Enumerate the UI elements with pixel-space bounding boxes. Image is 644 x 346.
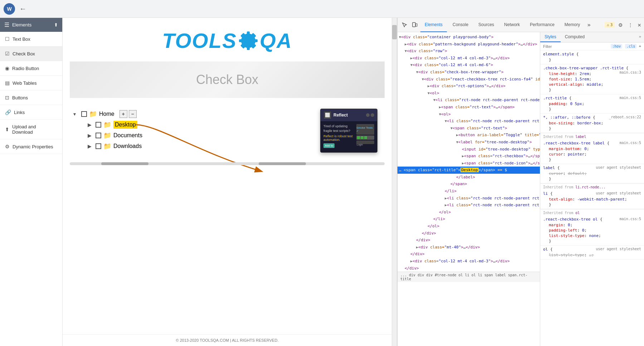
dom-line-33[interactable]: </div> (397, 265, 540, 272)
dom-line-21[interactable]: </span> (397, 181, 540, 188)
sidebar-item-buttons[interactable]: ⊡ Buttons (0, 90, 62, 105)
dom-line-32[interactable]: <div class="col-12 mt-4 col-md-3">…</div… (397, 258, 540, 265)
v-scroll-thumb[interactable] (392, 25, 397, 39)
devtools-tab-console[interactable]: Console (448, 18, 473, 32)
devtools-content: <div class="container playground-body"> … (397, 32, 644, 346)
devtools-device-button[interactable] (410, 21, 419, 29)
css-selector-name-4: .react-checkbox-tree label (543, 141, 605, 145)
devtools-settings-button[interactable]: ⚙ (616, 21, 625, 29)
css-prop-closing-1: } (543, 87, 641, 93)
sidebar-item-label-upload-download: Upload and Download (12, 124, 57, 135)
back-button[interactable]: ← (19, 5, 26, 13)
documents-toggle[interactable]: ▶ (88, 133, 93, 138)
sidebar-item-web-tables[interactable]: ▤ Web Tables (0, 76, 62, 90)
devtools-inspect-button[interactable] (400, 21, 409, 29)
dom-line-3[interactable]: <div class="col-12 mt-4 col-md-3">…</div… (397, 55, 540, 62)
tree-expand-button[interactable]: + (119, 110, 127, 118)
dom-line-27[interactable]: </ol> (397, 223, 540, 230)
scroll-track[interactable] (70, 162, 385, 165)
dom-panel[interactable]: <div class="container playground-body"> … (397, 32, 540, 346)
home-checkbox[interactable] (81, 111, 87, 117)
css-rule-ua-ol: ol user agent stylesheet { list-style-ty… (540, 246, 644, 260)
sidebar-item-label-web-tables: Web Tables (13, 80, 36, 86)
dom-line-17[interactable]: <span class="rct-checkbox">…</span> (397, 153, 540, 160)
css-selector-name-7: .react-checkbox-tree ol (543, 217, 597, 222)
dom-line-24[interactable]: <li class="rct-node rct-node-parent rct-… (397, 202, 540, 209)
filter-cls-tag[interactable]: .cls (625, 44, 636, 49)
devtools-tab-performance[interactable]: Performance (526, 18, 559, 32)
dom-line-7[interactable]: <div class="rct-options">…</div> (397, 83, 540, 90)
dom-line-13[interactable]: <span class="rct-text"> (397, 125, 540, 132)
css-selector-ol: .react-checkbox-tree ol main.css:5 { (543, 217, 641, 222)
css-selector-star: *, ::after, ::before _reboot.scss:22 { (543, 115, 641, 120)
sidebar-item-dynamic-properties[interactable]: ⚙ Dynamic Properties (0, 139, 62, 154)
devtools-tab-elements[interactable]: Elements (420, 18, 447, 32)
devtools-more-tabs[interactable]: » (587, 21, 591, 28)
downloads-toggle[interactable]: ▶ (88, 143, 93, 149)
ad-dot-1 (366, 113, 370, 117)
dom-line-16[interactable]: <input id="tree-node-desktop" type="chec… (397, 146, 540, 153)
sidebar-expand-icon[interactable]: ☰ (4, 21, 9, 28)
radio-button-icon: ◉ (5, 65, 9, 71)
tree-collapse-button[interactable]: − (129, 110, 137, 118)
sidebar-item-links[interactable]: 🔗 Links (0, 105, 62, 120)
dom-line-29[interactable]: </div> (397, 237, 540, 244)
scroll-thumb-2[interactable] (259, 162, 306, 165)
css-rule-box-sizing: *, ::after, ::before _reboot.scss:22 { b… (540, 114, 644, 133)
devtools-statusbar: ... div div div #tree-node ol li ol li s… (397, 272, 540, 282)
vertical-scrollbar[interactable] (392, 18, 397, 346)
styles-tab-styles[interactable]: Styles (540, 32, 561, 42)
dom-line-14[interactable]: <button aria-label="Toggle" title="Toggl… (397, 132, 540, 139)
dom-line-28[interactable]: </div> (397, 230, 540, 237)
desktop-toggle[interactable]: ▶ (88, 122, 93, 128)
devtools-warning-badge[interactable]: ⚠ 3 (605, 22, 615, 28)
dom-line-18[interactable]: <span class="rct-node-icon">…</span> (397, 160, 540, 167)
ad-logo-text: Reflect (333, 113, 348, 118)
dom-line-10[interactable]: <span class="rct-text">…</span> (397, 104, 540, 111)
dom-line-12[interactable]: <li class="rct-node rct-node-parent rct-… (397, 118, 540, 125)
desktop-checkbox[interactable] (96, 122, 101, 128)
devtools-tab-network[interactable]: Network (500, 18, 524, 32)
devtools-tab-memory[interactable]: Memory (560, 18, 584, 32)
dom-line-4[interactable]: <div class="col-12 mt-4 col-md-6"> (397, 61, 540, 69)
dom-line-5[interactable]: <div class="check-box-tree-wrapper"> (397, 69, 540, 76)
ad-text: Tired of updating fragile test scripts? (323, 124, 355, 133)
devtools-close-button[interactable]: ✕ (638, 21, 641, 28)
filter-input[interactable] (543, 44, 609, 49)
sidebar-item-text-box[interactable]: ☐ Text Box (0, 32, 62, 46)
downloads-checkbox[interactable] (96, 143, 101, 149)
dom-line-23[interactable]: <li class="rct-node rct-node-parent rct-… (397, 195, 540, 202)
documents-checkbox[interactable] (96, 133, 101, 138)
dom-line-19[interactable]: … <span class="rct-title">Desktop</span>… (397, 167, 540, 174)
styles-tab-computed[interactable]: Computed (561, 32, 589, 42)
devtools-more-options[interactable]: ⋮ (626, 21, 635, 29)
devtools-tab-sources[interactable]: Sources (474, 18, 498, 32)
sidebar-upload-icon[interactable]: ⬆ (54, 22, 58, 28)
home-toggle[interactable]: ▾ (73, 111, 79, 117)
sidebar-item-label-links: Links (14, 110, 25, 115)
dom-line-0[interactable]: <div class="container playground-body"> (397, 34, 540, 41)
scroll-thumb[interactable] (101, 162, 148, 165)
dom-line-6[interactable]: <div class="react-checkbox-tree rct-icon… (397, 76, 540, 83)
filter-add-button[interactable]: + (639, 44, 641, 49)
dom-line-2[interactable]: <div class="row"> (397, 48, 540, 55)
dom-line-31[interactable]: </div> (397, 251, 540, 258)
filter-hover-tag[interactable]: :hov (611, 44, 622, 49)
dom-line-11[interactable]: <ol> (397, 111, 540, 118)
css-selector-ua-ol: ol user agent stylesheet { (543, 247, 641, 252)
styles-more[interactable]: » (636, 32, 644, 42)
sidebar-item-upload-download[interactable]: ⬆ Upload and Download (0, 120, 62, 139)
css-source-1: main.css:3 (620, 70, 641, 74)
dom-line-9[interactable]: <li class="rct-node rct-node-parent rct-… (397, 97, 540, 104)
dom-line-22[interactable]: </li> (397, 188, 540, 195)
sidebar-item-check-box[interactable]: ☑ Check Box (0, 46, 62, 61)
dom-line-30[interactable]: <div class="mt-40">…</div> (397, 244, 540, 251)
dom-line-8[interactable]: <ol> (397, 90, 540, 97)
dom-line-20[interactable]: </label> (397, 174, 540, 181)
dom-line-25[interactable]: </ol> (397, 209, 540, 216)
dom-line-15[interactable]: <label for="tree-node-desktop"> (397, 139, 540, 146)
dom-line-26[interactable]: </li> (397, 216, 540, 223)
dom-line-1[interactable]: <div class="pattern-backgound playgound-… (397, 41, 540, 48)
css-prop-vertical-align: vertical-align: middle; (543, 82, 641, 87)
sidebar-item-radio-button[interactable]: ◉ Radio Button (0, 61, 62, 76)
